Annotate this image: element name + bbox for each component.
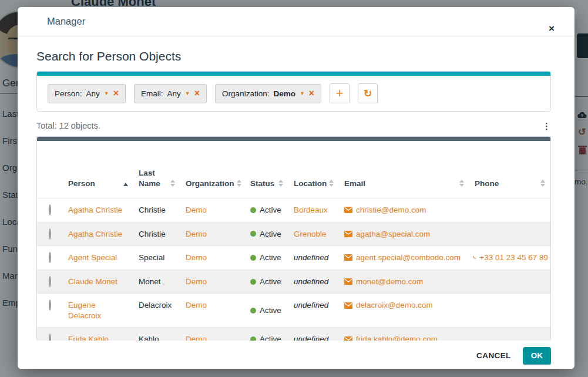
sort-icon[interactable] [278, 180, 283, 187]
sort-up-arrow [540, 180, 545, 183]
organization-link[interactable]: Demo [186, 277, 207, 286]
email-link[interactable]: agatha@special.com [356, 229, 430, 240]
row-radio-button[interactable] [49, 276, 51, 287]
status-dot [250, 255, 256, 261]
ok-button[interactable]: OK [523, 347, 551, 364]
remove-filter-icon[interactable]: × [194, 90, 200, 97]
organization-link[interactable]: Demo [186, 230, 207, 238]
column-header-person[interactable]: Person [63, 141, 133, 198]
filter-chip-email[interactable]: Email: Any▼× [134, 84, 207, 103]
email-wrapper: agent.special@combodo.com [344, 253, 464, 263]
table-row[interactable]: Eugene DelacroixDelacroixDemoActiveundef… [37, 293, 550, 327]
column-header-label: Status [250, 179, 274, 189]
table-row[interactable]: Agatha ChristieChristieDemoActiveBordeau… [37, 198, 550, 222]
email-link[interactable]: agent.special@combodo.com [356, 253, 461, 263]
dialog-body: Search for Person Objects Person: Any▼×E… [18, 36, 574, 342]
column-header-location[interactable]: Location [288, 141, 339, 198]
chevron-down-icon[interactable]: ▼ [185, 91, 190, 96]
table-row[interactable]: Claude MonetMonetDemoActiveundefinedmone… [37, 270, 550, 294]
person-cell: Agatha Christie [63, 223, 133, 246]
status-cell: Active [245, 270, 288, 294]
last-name-cell: Christie [133, 223, 180, 246]
location-cell: undefined [288, 294, 339, 327]
email-link[interactable]: delacroix@demo.com [356, 300, 433, 311]
person-link[interactable]: Agatha Christie [68, 206, 122, 214]
status-label: Active [260, 253, 281, 263]
sort-ascending-icon[interactable] [123, 183, 128, 186]
email-wrapper: delacroix@demo.com [344, 300, 464, 311]
email-wrapper: agatha@special.com [344, 229, 464, 240]
column-header-email[interactable]: Email [339, 141, 469, 198]
table-row[interactable]: Frida KahloKahloDemoActiveundefinedfrida… [37, 327, 550, 341]
location-undefined: undefined [294, 335, 328, 341]
column-header-select [37, 141, 63, 198]
sort-up-arrow [459, 180, 464, 183]
chevron-down-icon[interactable]: ▼ [300, 91, 305, 96]
sort-up-arrow [237, 180, 241, 183]
email-cell: delacroix@demo.com [339, 294, 469, 327]
row-radio-button[interactable] [49, 252, 51, 263]
person-link[interactable]: Agatha Christie [68, 230, 122, 238]
filter-chip-organization[interactable]: Organization: Demo▼× [215, 84, 321, 103]
status-dot [250, 231, 256, 237]
table-accent-bar [37, 137, 550, 141]
table-header-row: PersonLast NameOrganizationStatusLocatio… [37, 141, 550, 198]
remove-filter-icon[interactable]: × [113, 90, 119, 97]
sort-icon[interactable] [329, 180, 334, 187]
email-link[interactable]: frida.kahlo@demo.com [356, 334, 438, 341]
select-cell [37, 328, 63, 341]
filter-chip-value: Demo [273, 89, 295, 98]
chevron-down-icon[interactable]: ▼ [104, 91, 109, 96]
person-link[interactable]: Eugene Delacroix [68, 301, 101, 320]
last-name-cell: Delacroix [133, 294, 180, 327]
table-body: Agatha ChristieChristieDemoActiveBordeau… [37, 198, 550, 341]
manager-dialog: Manager × Search for Person Objects Pers… [18, 7, 574, 369]
sort-up-arrow [170, 180, 175, 183]
cancel-button[interactable]: CANCEL [476, 351, 511, 360]
close-icon[interactable]: × [549, 23, 555, 33]
filter-chip-person[interactable]: Person: Any▼× [48, 84, 126, 103]
column-header-label: Person [68, 179, 95, 189]
row-radio-button[interactable] [49, 334, 51, 341]
email-cell: monet@demo.com [339, 270, 469, 294]
sort-icon[interactable] [459, 180, 464, 187]
location-undefined: undefined [294, 277, 328, 286]
refresh-button[interactable]: ↻ [358, 83, 378, 103]
row-radio-button[interactable] [49, 204, 51, 216]
person-link[interactable]: Claude Monet [68, 277, 117, 286]
add-criterion-button[interactable]: + [330, 83, 350, 103]
remove-filter-icon[interactable]: × [309, 90, 314, 97]
location-cell: Grenoble [288, 223, 339, 246]
kebab-menu-icon[interactable]: ⋮ [542, 122, 551, 130]
select-cell [37, 270, 63, 294]
column-header-phone[interactable]: Phone [469, 141, 550, 198]
person-link[interactable]: Frida Kahlo [68, 335, 109, 341]
email-link[interactable]: monet@demo.com [356, 277, 423, 287]
organization-link[interactable]: Demo [186, 335, 207, 341]
location-link[interactable]: Grenoble [294, 230, 327, 238]
column-header-status[interactable]: Status [245, 141, 288, 198]
table-row[interactable]: Agatha ChristieChristieDemoActiveGrenobl… [37, 222, 550, 246]
organization-link[interactable]: Demo [186, 253, 207, 262]
select-cell [37, 223, 63, 246]
column-header-organization[interactable]: Organization [180, 141, 245, 198]
sort-icon[interactable] [237, 180, 241, 187]
filter-chip-value: Any [167, 89, 181, 98]
phone-cell [469, 328, 550, 341]
sort-icon[interactable] [170, 180, 175, 187]
phone-link[interactable]: +33 01 23 45 67 89 [479, 253, 548, 263]
column-header-last-name[interactable]: Last Name [133, 141, 180, 198]
person-link[interactable]: Agent Special [68, 253, 117, 262]
organization-link[interactable]: Demo [186, 301, 207, 309]
envelope-icon [344, 207, 352, 213]
sort-icon[interactable] [540, 180, 545, 187]
row-radio-button[interactable] [49, 299, 51, 311]
email-link[interactable]: christie@demo.com [356, 205, 426, 216]
location-link[interactable]: Bordeaux [294, 206, 328, 214]
email-cell: agatha@special.com [339, 223, 469, 246]
organization-link[interactable]: Demo [186, 206, 207, 214]
table-row[interactable]: Agent SpecialSpecialDemoActiveundefineda… [37, 245, 550, 270]
organization-cell: Demo [180, 198, 245, 222]
status-label: Active [260, 305, 281, 316]
row-radio-button[interactable] [49, 228, 51, 240]
